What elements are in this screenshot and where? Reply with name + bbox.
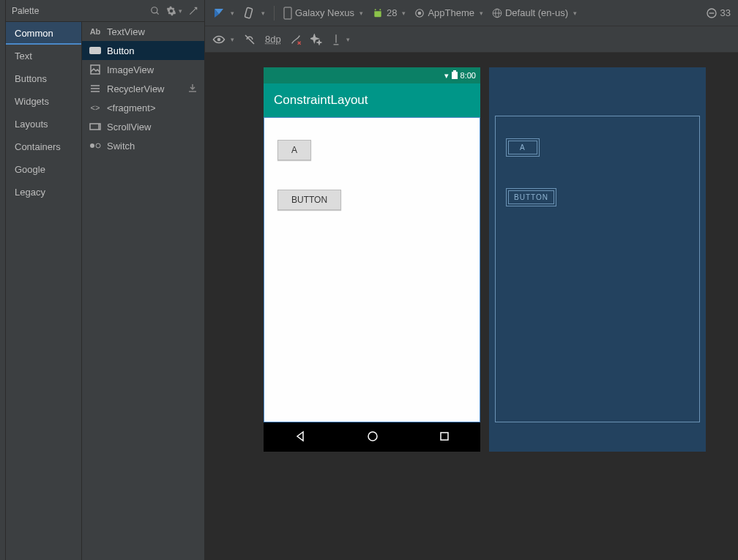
preview-btn-a[interactable]: A: [277, 140, 311, 160]
wifi-icon: ▾: [444, 71, 449, 81]
api-select[interactable]: 28: [372, 7, 406, 19]
guidelines[interactable]: [331, 34, 350, 45]
default-margin[interactable]: 8dp: [265, 34, 281, 45]
category-buttons[interactable]: Buttons: [6, 67, 81, 90]
text-icon: Ab: [89, 26, 101, 37]
svg-rect-30: [453, 70, 456, 72]
svg-point-9: [90, 143, 94, 148]
device-label: Galaxy Nexus: [295, 7, 354, 18]
switch-icon: [89, 140, 101, 152]
palette-title: Palette: [12, 6, 150, 16]
design-canvas[interactable]: ▾ 8:00 ConstraintLayout A BUTTON: [205, 53, 738, 560]
svg-rect-14: [284, 7, 291, 19]
list-icon: [89, 83, 101, 94]
nav-recent-icon[interactable]: [439, 431, 450, 444]
hide-icon[interactable]: [188, 6, 198, 16]
clock-label: 8:00: [461, 71, 476, 80]
item-label: ImageView: [107, 64, 154, 75]
surface-select[interactable]: [212, 7, 234, 20]
orientation-select[interactable]: [243, 7, 265, 20]
item-imageview[interactable]: ImageView: [82, 60, 204, 79]
item-label: ScrollView: [107, 122, 151, 132]
item-scrollview[interactable]: ScrollView: [82, 117, 204, 136]
gear-icon[interactable]: [166, 6, 182, 16]
svg-point-10: [96, 143, 100, 148]
blueprint-content[interactable]: A BUTTON: [495, 116, 700, 422]
infer-constraints[interactable]: [310, 34, 322, 45]
blueprint-btn-a[interactable]: A: [506, 138, 540, 157]
locale-select[interactable]: Default (en-us): [492, 7, 577, 18]
zoom-out[interactable]: 33: [706, 7, 731, 19]
button-icon: [89, 45, 101, 56]
item-label: TextView: [107, 26, 145, 37]
theme-label: AppTheme: [428, 7, 474, 18]
scroll-icon: [89, 121, 101, 132]
svg-point-0: [152, 7, 157, 12]
blueprint-preview: A BUTTON: [489, 67, 706, 452]
blueprint-btn-button[interactable]: BUTTON: [506, 188, 556, 206]
code-icon: <>: [89, 102, 101, 113]
category-google[interactable]: Google: [6, 158, 81, 181]
svg-point-18: [419, 12, 422, 15]
svg-point-24: [218, 38, 220, 40]
item-label: RecyclerView: [107, 83, 165, 94]
app-bar: ConstraintLayout: [264, 83, 480, 117]
device-select[interactable]: Galaxy Nexus: [283, 7, 363, 20]
item-switch[interactable]: Switch: [82, 136, 204, 155]
category-legacy[interactable]: Legacy: [6, 181, 81, 204]
category-layouts[interactable]: Layouts: [6, 113, 81, 135]
palette-header: Palette: [6, 0, 204, 22]
api-label: 28: [387, 7, 397, 18]
item-recyclerview[interactable]: RecyclerView: [82, 79, 204, 98]
palette-categories: Common Text Buttons Widgets Layouts Cont…: [6, 22, 82, 560]
design-toolbar-1: Galaxy Nexus 28 AppTheme Default (en-us)…: [205, 0, 738, 26]
category-containers[interactable]: Containers: [6, 135, 81, 158]
category-common[interactable]: Common: [6, 22, 81, 45]
layout-content[interactable]: A BUTTON: [264, 117, 480, 422]
svg-rect-32: [441, 433, 448, 440]
design-toolbar-2: 8dp: [205, 26, 738, 53]
nav-home-icon[interactable]: [367, 430, 379, 444]
svg-point-31: [368, 432, 377, 441]
svg-point-15: [375, 9, 376, 10]
clear-constraints[interactable]: [290, 34, 302, 45]
item-textview[interactable]: AbTextView: [82, 22, 204, 41]
svg-line-1: [157, 12, 159, 14]
svg-rect-2: [89, 47, 101, 54]
download-icon[interactable]: [188, 83, 197, 94]
battery-icon: [452, 70, 458, 81]
svg-point-16: [379, 9, 381, 10]
palette-panel: Palette Common Text Buttons Widgets Layo…: [6, 0, 205, 560]
theme-select[interactable]: AppTheme: [414, 7, 483, 18]
category-widgets[interactable]: Widgets: [6, 90, 81, 113]
status-bar: ▾ 8:00: [264, 67, 480, 83]
ide-gutter: [0, 0, 6, 560]
item-label: <fragment>: [107, 102, 156, 113]
item-label: Button: [107, 45, 135, 56]
locale-label: Default (en-us): [505, 7, 568, 18]
app-title: ConstraintLayout: [274, 93, 368, 108]
device-preview: ▾ 8:00 ConstraintLayout A BUTTON: [264, 67, 480, 452]
svg-rect-29: [452, 72, 458, 79]
item-fragment[interactable]: <><fragment>: [82, 98, 204, 117]
palette-items: AbTextView Button ImageView RecyclerView…: [82, 22, 204, 560]
svg-rect-13: [245, 7, 253, 18]
item-label: Switch: [107, 141, 135, 152]
category-text[interactable]: Text: [6, 45, 81, 67]
zoom-label: 33: [720, 7, 731, 18]
nav-bar: [264, 422, 480, 452]
autoconnect-toggle[interactable]: [243, 33, 256, 46]
search-icon[interactable]: [150, 6, 160, 16]
nav-back-icon[interactable]: [294, 430, 306, 444]
image-icon: [89, 64, 101, 75]
view-options[interactable]: [212, 35, 234, 44]
preview-btn-button[interactable]: BUTTON: [277, 190, 341, 210]
design-surface: Galaxy Nexus 28 AppTheme Default (en-us)…: [205, 0, 738, 560]
item-button[interactable]: Button: [82, 41, 204, 60]
